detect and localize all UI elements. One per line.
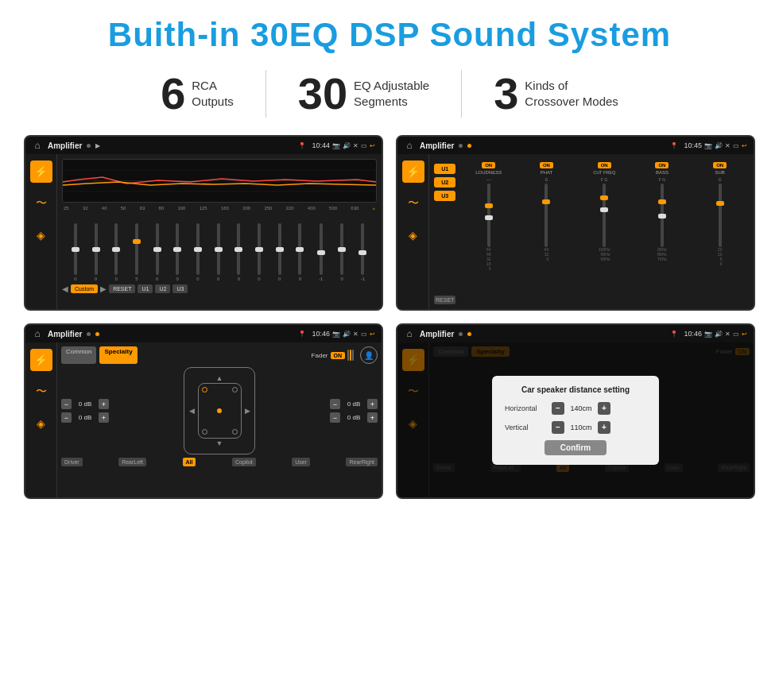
vertical-value: 110cm	[567, 423, 595, 431]
phat-toggle[interactable]: ON	[540, 162, 553, 168]
eq-slider-6[interactable]: 0	[196, 223, 200, 281]
back-icon[interactable]: ↩	[370, 142, 375, 149]
car-diagram-wrapper: ◀ ▶ ▲ ▼	[112, 367, 327, 454]
eq-status-icons: 📍 10:44 📷 🔊 ✕ ▭ ↩	[298, 141, 375, 149]
fader-back-icon[interactable]: ↩	[370, 331, 375, 338]
fader-vol-row-1: − 0 dB +	[61, 399, 109, 409]
phat-fader[interactable]	[545, 184, 548, 247]
eq-slider-5[interactable]: 0	[176, 223, 179, 281]
fader-sidebar-wave[interactable]: 〜	[30, 381, 52, 403]
fader-nav-down[interactable]: ▼	[216, 439, 223, 447]
horizontal-plus[interactable]: +	[598, 402, 610, 415]
eq-slider-13[interactable]: 0	[340, 223, 343, 281]
vertical-minus[interactable]: −	[552, 421, 564, 434]
eq-sidebar-vol[interactable]: ◈	[30, 224, 52, 246]
stat-crossover: 3 Kinds of Crossover Modes	[462, 72, 650, 116]
eq-sidebar-wave[interactable]: 〜	[30, 192, 52, 215]
eq-sidebar-eq[interactable]: ⚡	[30, 160, 52, 183]
sub-toggle[interactable]: ON	[713, 162, 727, 168]
fader-on-toggle[interactable]: ON	[331, 352, 346, 359]
eq-slider-1[interactable]: 0	[95, 223, 98, 281]
screen-eq: ⌂ Amplifier ▶ 📍 10:44 📷 🔊 ✕ ▭ ↩ ⚡ 〜	[24, 135, 383, 311]
eq-slider-14[interactable]: -1	[361, 223, 365, 281]
loudness-toggle[interactable]: ON	[482, 162, 495, 168]
vol4-minus[interactable]: −	[330, 412, 340, 423]
eq-u1-button[interactable]: U1	[138, 284, 153, 293]
eq-slider-8[interactable]: 0	[237, 223, 240, 281]
mixer-sidebar-eq[interactable]: ⚡	[402, 160, 424, 183]
cutfreq-toggle[interactable]: ON	[598, 162, 611, 168]
eq-prev-button[interactable]: ◀	[62, 284, 68, 293]
eq-u2-button[interactable]: U2	[155, 284, 170, 293]
common-tab[interactable]: Common	[61, 346, 96, 364]
u2-preset[interactable]: U2	[434, 177, 455, 188]
fader-sidebar-eq[interactable]: ⚡	[30, 349, 52, 371]
dialog-back-icon[interactable]: ↩	[742, 331, 747, 338]
eq-u3-button[interactable]: U3	[172, 284, 188, 293]
eq-slider-0[interactable]: 0	[74, 223, 77, 281]
loudness-scale: 644832160	[486, 247, 491, 271]
vol1-plus[interactable]: +	[99, 399, 109, 409]
confirm-button[interactable]: Confirm	[545, 440, 607, 455]
mixer-home-icon[interactable]: ⌂	[404, 140, 415, 151]
fader-nav-right[interactable]: ▶	[245, 407, 250, 415]
eq-slider-7[interactable]: 0	[217, 223, 220, 281]
bass-fader[interactable]	[661, 184, 664, 247]
fader-settings-icon[interactable]: 👤	[360, 346, 378, 364]
eq-slider-4[interactable]: 0	[156, 223, 159, 281]
bass-toggle[interactable]: ON	[655, 162, 669, 168]
loudness-fader[interactable]	[487, 184, 490, 247]
vertical-plus[interactable]: +	[598, 421, 610, 434]
cutfreq-fader[interactable]	[603, 184, 606, 247]
eq-slider-10[interactable]: 0	[278, 223, 281, 281]
u1-preset[interactable]: U1	[434, 164, 455, 174]
vol3-plus[interactable]: +	[367, 399, 378, 409]
specialty-tab[interactable]: Specialty	[99, 346, 137, 364]
eq-custom-button[interactable]: Custom	[71, 284, 98, 293]
eq-next-button[interactable]: ▶	[100, 284, 107, 293]
eq-slider-9[interactable]: 0	[258, 223, 261, 281]
eq-slider-3[interactable]: 5	[135, 223, 138, 281]
vol2-plus[interactable]: +	[99, 412, 109, 423]
phat-label: PHAT	[541, 170, 553, 175]
copilot-btn[interactable]: Copilot	[232, 458, 256, 466]
mixer-close-icon: ✕	[725, 142, 731, 149]
eq-slider-12[interactable]: -1	[319, 223, 323, 281]
fader-main: Common Specialty Fader ON	[57, 342, 382, 497]
u3-preset[interactable]: U3	[434, 191, 455, 201]
eq-freq-labels: 2532405063 80100125160200 25032040050063…	[62, 206, 377, 211]
all-btn[interactable]: All	[183, 458, 196, 466]
sub-scale: 201050	[718, 247, 723, 266]
vol4-plus[interactable]: +	[367, 412, 378, 423]
mixer-sidebar-wave[interactable]: 〜	[402, 192, 424, 215]
rearright-btn[interactable]: RearRight	[346, 458, 378, 466]
sub-fader[interactable]	[719, 184, 722, 247]
expand-icon[interactable]: »	[373, 206, 375, 211]
fader-camera-icon: 📷	[332, 331, 340, 338]
fader-nav-up[interactable]: ▲	[216, 374, 223, 382]
vol3-minus[interactable]: −	[330, 399, 340, 409]
eq-reset-button[interactable]: RESET	[109, 284, 135, 293]
eq-slider-2[interactable]: 0	[114, 223, 118, 281]
eq-sliders[interactable]: 0 0 0 5	[62, 214, 377, 281]
fader-nav-left[interactable]: ◀	[189, 407, 195, 415]
fader-sidebar-vol[interactable]: ◈	[30, 412, 52, 435]
stat-eq-text: EQ Adjustable Segments	[354, 72, 429, 109]
rearleft-btn[interactable]: RearLeft	[118, 458, 146, 466]
vertical-label: Vertical	[505, 423, 548, 431]
mixer-reset[interactable]: RESET	[434, 296, 455, 304]
close-icon: ✕	[353, 142, 358, 149]
status-indicator-1	[87, 144, 91, 148]
vol2-minus[interactable]: −	[61, 412, 72, 423]
horizontal-minus[interactable]: −	[552, 402, 564, 415]
mixer-sidebar-vol[interactable]: ◈	[402, 224, 424, 246]
driver-btn[interactable]: Driver	[61, 458, 83, 466]
user-btn[interactable]: User	[292, 458, 310, 466]
dialog-home-icon[interactable]: ⌂	[404, 328, 415, 339]
home-icon[interactable]: ⌂	[32, 140, 43, 151]
cutfreq-scale: 100Hz80Hz60Hz	[599, 247, 610, 261]
vol1-minus[interactable]: −	[61, 399, 72, 409]
mixer-back-icon[interactable]: ↩	[742, 142, 747, 149]
eq-slider-11[interactable]: 0	[298, 223, 301, 281]
fader-home-icon[interactable]: ⌂	[32, 328, 43, 339]
